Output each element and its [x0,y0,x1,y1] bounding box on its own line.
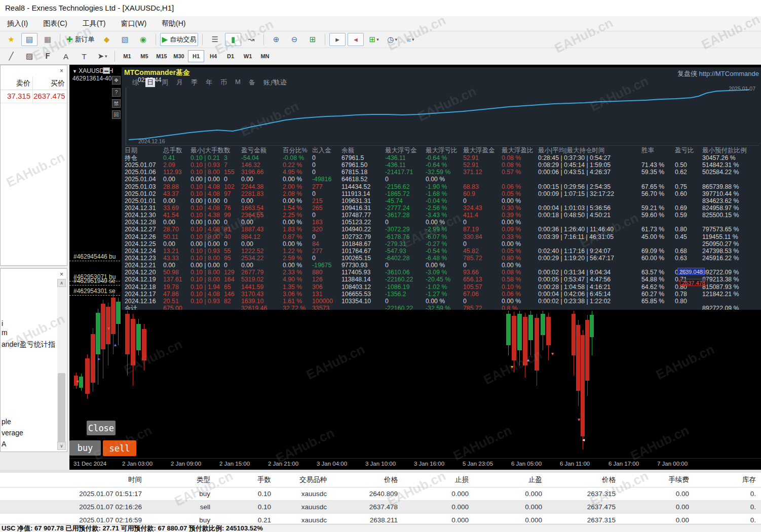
help-icon[interactable]: ? [112,88,121,97]
menu-item[interactable]: 插入(I) [7,19,28,28]
navigator-item[interactable]: A [2,440,6,448]
data-window-icon[interactable]: ▦ [40,33,56,46]
menu-item[interactable]: 图表(C) [43,19,67,28]
time-axis-label: 2 Jan 21:00 [268,461,298,467]
panel-tab-币[interactable]: 币 [219,78,229,87]
navigator-item[interactable]: m [2,329,8,337]
new-order-button[interactable]: ✚ 新订单 [64,33,97,46]
stats-cell [641,305,675,310]
disable-icon[interactable]: 禁 [112,99,121,108]
stats-cell: 67961.5 [341,154,385,161]
close-position-button[interactable]: Close [87,421,116,435]
candle-body [576,325,580,391]
stats-cell: 2.59 % [283,255,312,262]
new-chart-button[interactable]: ⊞ ▾ [366,33,382,46]
zoom-in-icon[interactable]: ⊕ [268,33,284,46]
panel-tab-周[interactable]: 周 [160,78,170,87]
panel-tab-月[interactable]: 月 [175,78,184,87]
quote-row[interactable]: 37.315 2637.475 [1,90,67,103]
indicators-button[interactable]: ≈ ▾ [402,33,418,46]
time-axis[interactable]: 31 Dec 20242 Jan 03:002 Jan 09:002 Jan 1… [69,458,761,470]
zoom-out-icon[interactable]: ⊖ [286,33,302,46]
move-icon[interactable]: ✥ [112,76,121,85]
candlestick-chart-icon[interactable]: ▮ [225,33,241,46]
bar-chart-icon[interactable]: ☰ [207,33,223,46]
periods-button[interactable]: ◷ ▾ [384,33,400,46]
stats-cell: 105.57 [463,283,502,291]
tile-windows-icon[interactable]: ⊞ [305,33,321,46]
text-tool-icon[interactable]: A [58,50,74,63]
timeframe-m15[interactable]: M15 [154,50,170,62]
panel-tab-备[interactable]: 备 [247,78,257,87]
panel-tab-日[interactable]: 日 [145,78,155,87]
trendline-tool-icon[interactable]: ╱ [3,50,19,63]
navigator-item[interactable]: ander盈亏统计指 [2,340,55,349]
brand-url[interactable]: http://MTCommande [699,70,759,77]
scroll-up-icon[interactable]: ∧ [57,279,66,287]
panel-tab-综[interactable]: 综 [131,78,140,87]
popup-window-icon[interactable]: 回 [112,110,121,119]
fibonacci-icon[interactable]: 𝐅 [40,50,56,63]
market-watch-icon[interactable]: ▤ [21,33,37,46]
panel-tabs: 综日周月季年币M备账户 [131,78,278,87]
timeframe-h1[interactable]: H1 [188,50,204,62]
stats-cell: 502584.22 % [702,169,761,176]
stats-cell: 101764.67 [341,248,385,255]
stats-cell: 107487.77 [341,212,385,219]
stats-cell: 0.68 [675,248,702,255]
stats-cell: 2024.12.30 [125,212,163,219]
stats-cell: -2156.62 [385,183,426,190]
stats-column-header: 最大浮亏比 [426,146,463,155]
minimize-icon[interactable]: ▬ [103,67,110,74]
order-row[interactable]: 2025.01.07 02:16:26sell0.10xauusdc2637.4… [0,501,761,514]
navigator-item[interactable]: verage [2,429,23,437]
navigator-item[interactable]: i [2,319,3,328]
close-icon[interactable]: × [58,270,65,278]
line-chart-icon[interactable]: ↝ [243,33,259,46]
arrows-tool-button[interactable]: ➤ ▾ [94,50,110,63]
stats-cell: 4.95 % [283,169,312,176]
text-label-tool-icon[interactable]: T [76,50,92,63]
stats-cell: 2244.38 [241,183,283,190]
indicators-icon: ≈ [407,35,411,44]
panel-tab-年[interactable]: 年 [204,78,214,87]
timeframe-m30[interactable]: M30 [171,50,187,62]
stats-cell: 0.80 [675,226,702,233]
navigator-item[interactable]: ple [2,418,11,426]
orders-column-header: 手数 [215,473,276,487]
navigator-icon[interactable]: ▧ [117,33,133,46]
equidistant-channel-icon[interactable]: ▨ [21,50,37,63]
menu-item[interactable]: 工具(T) [83,19,106,28]
favorites-icon[interactable]: ★ [3,33,19,46]
chart-shift-icon[interactable]: ◂ [348,33,364,46]
stats-cell: 0:00:04 | 1:01:03 | 5:36:56 [538,204,641,212]
close-icon[interactable]: × [58,67,65,74]
stats-cell: 0:02:40 | 1:17:16 | 9:24:07 [538,248,641,255]
menu-item[interactable]: 窗口(W) [121,19,147,28]
stats-cell: 2025.01.02 [125,190,163,197]
buy-button[interactable]: buy [69,440,101,456]
timeframe-mn[interactable]: MN [257,50,273,62]
scroll-down-icon[interactable]: ∨ [57,442,66,450]
stats-cell: 0.00 % [283,240,312,248]
auto-trading-button[interactable]: ▶ 自动交易 [160,33,199,46]
navigator-scrollbar[interactable]: ∧ ∨ [57,279,66,450]
stats-cell: 121842.21 % [702,291,761,298]
auto-trading-label: 自动交易 [170,35,196,44]
sell-button[interactable]: sell [103,440,136,456]
order-row[interactable]: 2025.01.07 01:51:17buy0.10xauusdc2640.80… [0,487,761,501]
timeframe-h4[interactable]: H4 [205,50,221,62]
history-center-icon[interactable]: ◆ [99,33,115,46]
scroll-thumb[interactable] [58,373,65,444]
menu-item[interactable]: 帮助(H) [162,19,185,28]
tab-trajectory[interactable]: 轨迹 [274,78,287,87]
panel-tab-M[interactable]: M [234,78,242,87]
timeframe-w1[interactable]: W1 [240,50,256,62]
auto-scroll-icon[interactable]: ▸ [329,33,346,46]
alerts-icon[interactable]: ◉ [135,33,151,46]
timeframe-m1[interactable]: M1 [119,50,135,62]
panel-tab-季[interactable]: 季 [189,78,199,87]
timeframe-m5[interactable]: M5 [136,50,153,62]
timeframe-d1[interactable]: D1 [222,50,239,62]
stats-cell: 0:00:04 | 0:42:06 | 6:45:14 [538,291,641,298]
